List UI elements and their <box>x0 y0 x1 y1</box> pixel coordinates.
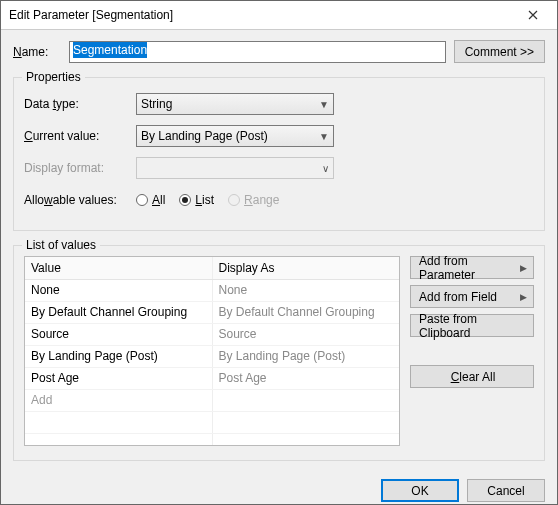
lov-cell-display[interactable]: By Default Channel Grouping <box>212 301 399 323</box>
add-from-parameter-label: Add from Parameter <box>419 254 520 282</box>
titlebar: Edit Parameter [Segmentation] <box>1 1 557 30</box>
add-from-field-button[interactable]: Add from Field ▶ <box>410 285 534 308</box>
current-value-select[interactable]: By Landing Page (Post) ▼ <box>136 125 334 147</box>
table-row[interactable]: Post AgePost Age <box>25 367 399 389</box>
name-label: Name: <box>13 45 61 59</box>
radio-all-label: All <box>152 193 165 207</box>
comment-button-label: Comment >> <box>465 45 534 59</box>
lov-cell-display <box>212 389 399 411</box>
lov-cell-value[interactable]: Source <box>25 323 212 345</box>
radio-icon <box>179 194 191 206</box>
lov-cell-display[interactable]: Post Age <box>212 367 399 389</box>
radio-list-label: List <box>195 193 214 207</box>
lov-cell-display[interactable]: Source <box>212 323 399 345</box>
paste-label: Paste from Clipboard <box>419 312 527 340</box>
display-format-label: Display format: <box>24 161 136 175</box>
table-row[interactable]: By Default Channel GroupingBy Default Ch… <box>25 301 399 323</box>
lov-button-column: Add from Parameter ▶ Add from Field ▶ Pa… <box>410 256 534 446</box>
allowable-values-label: Allowable values: <box>24 193 136 207</box>
name-input-value: Segmentation <box>73 42 147 58</box>
display-format-select: ∨ <box>136 157 334 179</box>
cancel-label: Cancel <box>487 484 524 498</box>
ok-label: OK <box>411 484 428 498</box>
table-row[interactable]: By Landing Page (Post)By Landing Page (P… <box>25 345 399 367</box>
clear-all-button[interactable]: Clear All <box>410 365 534 388</box>
chevron-down-icon: ▼ <box>319 131 329 142</box>
lov-cell-value[interactable]: By Landing Page (Post) <box>25 345 212 367</box>
allowable-values-radios: All List Range <box>136 193 279 207</box>
cancel-button[interactable]: Cancel <box>467 479 545 502</box>
lov-cell-display[interactable]: None <box>212 279 399 301</box>
table-row-add[interactable]: Add <box>25 389 399 411</box>
radio-icon <box>228 194 240 206</box>
lov-cell-value[interactable]: Post Age <box>25 367 212 389</box>
lov-header-display[interactable]: Display As <box>212 257 399 279</box>
radio-icon <box>136 194 148 206</box>
ok-button[interactable]: OK <box>381 479 459 502</box>
list-of-values-group: List of values Value Display As NoneNone… <box>13 245 545 461</box>
lov-cell-value[interactable]: By Default Channel Grouping <box>25 301 212 323</box>
add-from-parameter-button[interactable]: Add from Parameter ▶ <box>410 256 534 279</box>
radio-list[interactable]: List <box>179 193 214 207</box>
data-type-value: String <box>141 97 172 111</box>
lov-add-cell[interactable]: Add <box>25 389 212 411</box>
table-row-empty <box>25 411 399 433</box>
lov-cell-value[interactable]: None <box>25 279 212 301</box>
window-title: Edit Parameter [Segmentation] <box>9 8 511 22</box>
close-icon <box>528 10 538 20</box>
current-value-value: By Landing Page (Post) <box>141 129 268 143</box>
paste-from-clipboard-button[interactable]: Paste from Clipboard <box>410 314 534 337</box>
close-button[interactable] <box>511 1 555 29</box>
clear-all-label: Clear All <box>451 370 496 384</box>
table-row[interactable]: SourceSource <box>25 323 399 345</box>
lov-cell-display[interactable]: By Landing Page (Post) <box>212 345 399 367</box>
comment-button[interactable]: Comment >> <box>454 40 545 63</box>
dialog-edit-parameter: Edit Parameter [Segmentation] Name: Segm… <box>0 0 558 505</box>
radio-range: Range <box>228 193 279 207</box>
properties-legend: Properties <box>22 70 85 84</box>
name-input[interactable]: Segmentation <box>69 41 446 63</box>
add-from-field-label: Add from Field <box>419 290 497 304</box>
lov-legend: List of values <box>22 238 100 252</box>
lov-header-row: Value Display As <box>25 257 399 279</box>
table-row-empty <box>25 433 399 446</box>
properties-group: Properties Data type: String ▼ Current v… <box>13 77 545 231</box>
triangle-right-icon: ▶ <box>520 263 527 273</box>
lov-header-value[interactable]: Value <box>25 257 212 279</box>
lov-table[interactable]: Value Display As NoneNoneBy Default Chan… <box>24 256 400 446</box>
data-type-label: Data type: <box>24 97 136 111</box>
data-type-select[interactable]: String ▼ <box>136 93 334 115</box>
current-value-label: Current value: <box>24 129 136 143</box>
triangle-right-icon: ▶ <box>520 292 527 302</box>
dialog-footer: OK Cancel <box>1 471 557 505</box>
chevron-down-icon: ∨ <box>322 163 329 174</box>
table-row[interactable]: NoneNone <box>25 279 399 301</box>
chevron-down-icon: ▼ <box>319 99 329 110</box>
radio-all[interactable]: All <box>136 193 165 207</box>
radio-range-label: Range <box>244 193 279 207</box>
